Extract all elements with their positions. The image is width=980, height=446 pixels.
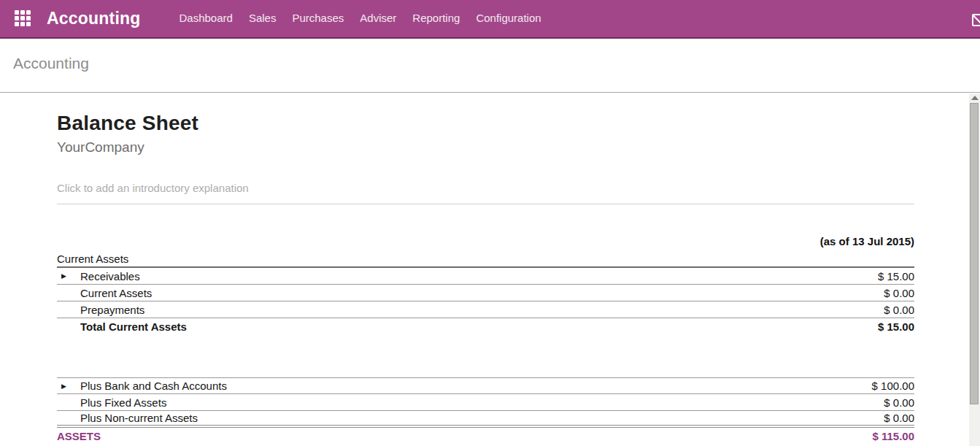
nav-purchases[interactable]: Purchases (284, 0, 352, 38)
row-value: $ 0.00 (884, 412, 914, 424)
row-value: $ 115.00 (872, 430, 914, 442)
breadcrumb-accounting[interactable]: Accounting (13, 55, 89, 77)
row-label: Receivables (57, 270, 140, 282)
expand-caret-icon[interactable]: ▶ (61, 382, 66, 390)
nav-sales[interactable]: Sales (241, 0, 285, 38)
table-row-fixed-assets: Plus Fixed Assets $ 0.00 (57, 394, 914, 411)
page-title: Balance Sheet (57, 112, 914, 134)
row-value: $ 15.00 (878, 320, 914, 333)
row-label: Current Assets (57, 253, 128, 265)
row-label: Prepayments (57, 304, 144, 316)
row-label: ASSETS (57, 430, 101, 442)
row-label: Plus Fixed Assets (57, 396, 166, 409)
apps-grid-icon[interactable] (15, 10, 32, 28)
row-value: $ 100.00 (872, 380, 914, 392)
balance-sheet-table: Current Assets ▶ Receivables $ 15.00 Cur… (57, 251, 914, 445)
row-label: Total Current Assets (57, 320, 187, 333)
main-menu: Dashboard Sales Purchases Adviser Report… (171, 0, 549, 38)
row-label: Plus Non-current Assets (57, 412, 198, 424)
envelope-icon[interactable] (972, 14, 980, 26)
row-label: Current Assets (57, 287, 152, 299)
table-row-current-assets: Current Assets $ 0.00 (57, 285, 914, 301)
nav-configuration[interactable]: Configuration (468, 0, 549, 38)
scroll-up-arrow-icon[interactable] (971, 96, 979, 100)
top-navbar: Accounting Dashboard Sales Purchases Adv… (0, 0, 980, 39)
brand-accounting[interactable]: Accounting (47, 9, 141, 28)
row-value: $ 0.00 (884, 287, 914, 299)
scrollbar-thumb[interactable] (970, 103, 979, 404)
table-row-bank-cash[interactable]: ▶ Plus Bank and Cash Accounts $ 100.00 (57, 377, 914, 394)
table-row-current-assets-section: Current Assets (57, 251, 914, 268)
table-row-receivables[interactable]: ▶ Receivables $ 15.00 (57, 268, 914, 285)
nav-reporting[interactable]: Reporting (404, 0, 468, 38)
table-section-gap (57, 335, 914, 377)
date-column-header: (as of 13 Jul 2015) (57, 235, 914, 248)
expand-caret-icon[interactable]: ▶ (61, 272, 66, 280)
nav-dashboard[interactable]: Dashboard (171, 0, 241, 38)
row-value: $ 0.00 (884, 304, 914, 316)
row-value: $ 15.00 (878, 270, 914, 282)
vertical-scrollbar[interactable] (969, 93, 980, 446)
table-row-prepayments: Prepayments $ 0.00 (57, 301, 914, 318)
breadcrumb: Accounting (0, 39, 980, 93)
company-name: YourCompany (57, 139, 914, 155)
nav-adviser[interactable]: Adviser (352, 0, 404, 38)
table-row-total-current-assets: Total Current Assets $ 15.00 (57, 318, 914, 335)
intro-placeholder[interactable]: Click to add an introductory explanation (57, 182, 914, 204)
row-value: $ 0.00 (884, 396, 914, 409)
table-row-assets-grand-total: ASSETS $ 115.00 (57, 428, 914, 445)
table-row-non-current-assets: Plus Non-current Assets $ 0.00 (57, 411, 914, 428)
report-page: Balance Sheet YourCompany Click to add a… (0, 112, 980, 445)
row-label: Plus Bank and Cash Accounts (57, 380, 227, 392)
